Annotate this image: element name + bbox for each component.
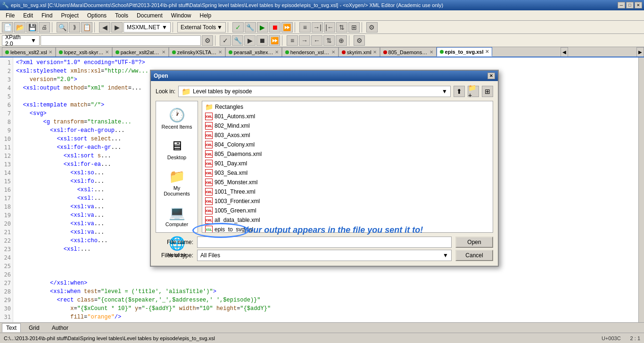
nav-item-my-documents[interactable]: 📁My Documents (158, 166, 196, 199)
file-item-4[interactable]: XML804_Colony.xml (203, 140, 492, 149)
xpath-tool6[interactable]: ≡ (287, 35, 298, 46)
file-item-11[interactable]: XML1005_Green.xml (203, 206, 492, 215)
lookin-new-folder-button[interactable]: 📁+ (468, 86, 479, 97)
maximize-button[interactable]: □ (626, 2, 634, 8)
xpath-tool1[interactable]: ✓ (220, 35, 231, 46)
settings-button[interactable]: ⚙ (366, 22, 378, 33)
xpath-tool11[interactable]: ⚙ (354, 35, 365, 46)
xpath-tool8[interactable]: ← (311, 35, 322, 46)
xpath-tool9[interactable]: ⇅ (323, 35, 335, 46)
tab-5[interactable]: henderson_xslt-2.xsl✕ (282, 47, 339, 57)
tab-close-3[interactable]: ✕ (218, 49, 222, 55)
msxml-dropdown[interactable]: MSXML.NET ▼ (124, 22, 171, 33)
xpath-tool3[interactable]: ▶ (244, 35, 256, 46)
xpath-input[interactable] (41, 35, 201, 46)
file-item-9[interactable]: XML1001_Three.xml (203, 187, 492, 196)
file-item-2[interactable]: XML802_Mind.xml (203, 121, 492, 131)
file-item-5[interactable]: XML805_Daemons.xml (203, 149, 492, 159)
file-item-3[interactable]: XML803_Axos.xml (203, 131, 492, 140)
lookin-view-button[interactable]: ⊞ (482, 86, 493, 97)
file-item-12[interactable]: XMLall_data_table.xml (203, 215, 492, 225)
run-button[interactable]: ▶ (257, 22, 268, 33)
bottom-tab-text[interactable]: Text (2, 323, 21, 332)
tab-8[interactable]: epis_to_svg.xsl✕ (437, 47, 492, 57)
menu-item-options[interactable]: Options (83, 11, 110, 20)
dialog-close-button[interactable]: ✕ (487, 73, 495, 79)
find-next-button[interactable]: ⟫ (69, 22, 80, 33)
tab-next-button[interactable]: ▶ (636, 47, 644, 57)
file-item-7[interactable]: XML903_Sea.xml (203, 168, 492, 178)
tab-close-6[interactable]: ✕ (373, 49, 377, 55)
tab-0[interactable]: lebens_xslt2.xsl✕ (2, 47, 56, 57)
copy-button[interactable]: 📋 (81, 22, 92, 33)
tab-6[interactable]: skyrim.xml✕ (339, 47, 380, 57)
nav-item-desktop[interactable]: 🖥Desktop (158, 136, 196, 163)
unindent-button[interactable]: |← (324, 22, 335, 33)
xpath-tool4[interactable]: ⏹ (256, 35, 268, 46)
check-button[interactable]: 🔧 (245, 22, 256, 33)
xpath-tool7[interactable]: → (299, 35, 310, 46)
minimize-button[interactable]: ─ (618, 2, 625, 8)
bottom-tab-author[interactable]: Author (48, 323, 73, 333)
xpath-tool2[interactable]: 🔧 (232, 35, 243, 46)
tab-1[interactable]: lopez_xslt-skyrim.xsl✕ (56, 47, 112, 57)
file-item-10[interactable]: XML1003_Frontier.xml (203, 196, 492, 206)
nav-item-computer[interactable]: 💻Computer (158, 203, 196, 229)
nav-item-recent-items[interactable]: 🕐Recent Items (158, 105, 196, 132)
filename-input[interactable] (197, 237, 452, 248)
tab-close-0[interactable]: ✕ (49, 49, 52, 55)
menu-item-project[interactable]: Project (57, 11, 82, 20)
save-button[interactable]: 💾 (26, 22, 38, 33)
find-button[interactable]: 🔍 (57, 22, 68, 33)
xpath-tool5[interactable]: ⏩ (269, 35, 280, 46)
back-button[interactable]: ◀ (99, 22, 110, 33)
tab-4[interactable]: pearsall_xsltexcercise-2.xsl✕ (225, 47, 282, 57)
tab-3[interactable]: zelinskyXSLTAssignment2.xsl✕ (169, 47, 225, 57)
tab-7[interactable]: 805_Daemons.xml✕ (380, 47, 437, 57)
xpath-version-dropdown[interactable]: XPath 2.0 ▼ (2, 35, 40, 46)
stop-button[interactable]: ⏹ (269, 22, 281, 33)
format-button[interactable]: ≡ (299, 22, 311, 33)
print-button[interactable]: 🖨 (39, 22, 50, 33)
menu-item-document[interactable]: Document (133, 11, 166, 20)
open-button[interactable]: Open (455, 237, 493, 248)
tab-2[interactable]: packer_xslt2attempt2.xsl✕ (112, 47, 169, 57)
scrollbar-vertical[interactable] (638, 57, 644, 322)
tab-close-5[interactable]: ✕ (331, 49, 335, 55)
file-item-1[interactable]: XML801_Autons.xml (203, 112, 492, 121)
xpath-execute-button[interactable]: ⚙ (202, 35, 213, 46)
filetype-dropdown[interactable]: All Files ▼ (197, 250, 452, 261)
run-all-button[interactable]: ⏩ (281, 22, 293, 33)
forward-button[interactable]: ▶ (111, 22, 123, 33)
tab-prev-button[interactable]: ◀ (561, 47, 568, 57)
window-controls[interactable]: ─ □ ✕ (618, 2, 642, 8)
indent-button[interactable]: →| (312, 22, 323, 33)
bottom-tab-grid[interactable]: Grid (25, 323, 44, 333)
toggle-button[interactable]: ⊞ (348, 22, 360, 33)
xpath-tool10[interactable]: ⊕ (336, 35, 347, 46)
lookin-dropdown[interactable]: 📁 Level tables by episode ▼ (178, 86, 451, 97)
open-button[interactable]: 📂 (14, 22, 25, 33)
tab-close-4[interactable]: ✕ (275, 49, 279, 55)
menu-item-help[interactable]: Help (196, 11, 215, 20)
file-list[interactable]: 📁RectanglesXML801_Autons.xmlXML802_Mind.… (202, 101, 493, 233)
menu-item-window[interactable]: Window (167, 11, 195, 20)
external-tools-button[interactable]: External Tools ▼ (177, 22, 226, 33)
tab-close-1[interactable]: ✕ (105, 49, 109, 55)
file-item-6[interactable]: XML901_Day.xml (203, 159, 492, 168)
new-button[interactable]: 📄 (2, 22, 13, 33)
file-item-8[interactable]: XML905_Monster.xml (203, 178, 492, 187)
tab-close-2[interactable]: ✕ (162, 49, 165, 55)
file-item-13[interactable]: XSLepis_to_svg.xsl (203, 225, 492, 233)
menu-item-file[interactable]: File (2, 11, 18, 20)
close-button[interactable]: ✕ (635, 2, 642, 8)
lookin-up-button[interactable]: ⬆ (454, 86, 465, 97)
validate-button[interactable]: ✓ (232, 22, 244, 33)
sort-button[interactable]: ⇅ (336, 22, 347, 33)
file-item-0[interactable]: 📁Rectangles (203, 102, 492, 112)
menu-item-find[interactable]: Find (38, 11, 56, 20)
menu-item-edit[interactable]: Edit (19, 11, 37, 20)
cancel-button[interactable]: Cancel (455, 250, 493, 261)
tab-close-7[interactable]: ✕ (429, 49, 433, 55)
menu-item-tools[interactable]: Tools (111, 11, 132, 20)
